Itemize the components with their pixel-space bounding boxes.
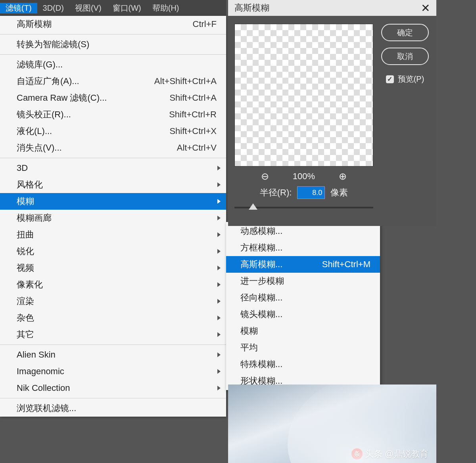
watermark-text: @鼎锐教育	[385, 448, 428, 460]
chevron-right-icon	[217, 282, 221, 287]
menu-lens-correction[interactable]: 镜头校正(R)...Shift+Ctrl+R	[0, 106, 226, 123]
menu-alien-skin[interactable]: Alien Skin	[0, 346, 226, 363]
menu-3d-sub[interactable]: 3D	[0, 160, 226, 176]
menu-recent-filter[interactable]: 高斯模糊 Ctrl+F	[0, 16, 226, 33]
submenu-smart-blur[interactable]: 特殊模糊...	[226, 356, 380, 373]
separator	[0, 34, 226, 34]
preview-checkbox[interactable]: ✓	[386, 75, 394, 83]
menu-filter[interactable]: 滤镜(T)	[0, 3, 37, 13]
menu-item-label: 转换为智能滤镜(S)	[17, 38, 89, 50]
zoom-out-icon[interactable]: ⊖	[261, 171, 269, 182]
zoom-in-icon[interactable]: ⊕	[339, 171, 347, 182]
chevron-right-icon	[217, 386, 221, 390]
submenu-average[interactable]: 平均	[226, 339, 380, 356]
menu-video[interactable]: 视频	[0, 260, 226, 276]
menu-item-shortcut: Ctrl+F	[193, 19, 217, 29]
menu-vanishing-point[interactable]: 消失点(V)...Alt+Ctrl+V	[0, 140, 226, 156]
separator	[0, 344, 226, 345]
chevron-right-icon	[217, 266, 221, 270]
menu-window[interactable]: 窗口(W)	[107, 3, 147, 13]
cancel-button[interactable]: 取消	[381, 48, 429, 65]
menu-pixelate[interactable]: 像素化	[0, 276, 226, 293]
radius-unit: 像素	[330, 187, 348, 199]
separator	[0, 54, 226, 55]
menu-smart-filter[interactable]: 转换为智能滤镜(S)	[0, 36, 226, 53]
menu-stylize[interactable]: 风格化	[0, 176, 226, 193]
background-image: 条 头条 @鼎锐教育	[228, 385, 436, 463]
gaussian-blur-dialog: 高斯模糊 ✕ ⊖ 100% ⊕ 半径(R): 像素 确定 取消	[228, 0, 436, 226]
radius-label: 半径(R):	[260, 187, 292, 199]
menu-item-label: 高斯模糊	[17, 18, 52, 30]
menu-sharpen[interactable]: 锐化	[0, 243, 226, 260]
close-icon[interactable]: ✕	[421, 2, 430, 15]
chevron-right-icon	[217, 182, 221, 187]
radius-input[interactable]	[297, 186, 325, 199]
chevron-right-icon	[217, 232, 221, 237]
chevron-right-icon	[217, 369, 221, 374]
menu-noise[interactable]: 杂色	[0, 310, 226, 326]
menu-blur-gallery[interactable]: 模糊画廊	[0, 210, 226, 226]
filter-dropdown: 高斯模糊 Ctrl+F 转换为智能滤镜(S) 滤镜库(G)... 自适应广角(A…	[0, 16, 226, 417]
chevron-right-icon	[217, 249, 221, 254]
dialog-title: 高斯模糊	[234, 2, 269, 14]
watermark: 条 头条 @鼎锐教育	[351, 448, 428, 460]
chevron-right-icon	[217, 166, 221, 170]
dialog-titlebar[interactable]: 高斯模糊 ✕	[228, 0, 436, 16]
menu-browse-online[interactable]: 浏览联机滤镜...	[0, 400, 226, 417]
menu-distort[interactable]: 扭曲	[0, 226, 226, 243]
blur-submenu: 动感模糊... 方框模糊... 高斯模糊...Shift+Ctrl+M 进一步模…	[226, 222, 380, 390]
submenu-gaussian-blur[interactable]: 高斯模糊...Shift+Ctrl+M	[226, 256, 380, 273]
menu-render[interactable]: 渲染	[0, 293, 226, 310]
menu-help[interactable]: 帮助(H)	[147, 3, 185, 13]
menu-imagenomic[interactable]: Imagenomic	[0, 363, 226, 380]
menu-filter-gallery[interactable]: 滤镜库(G)...	[0, 56, 226, 73]
menu-blur[interactable]: 模糊	[0, 193, 226, 210]
submenu-radial-blur[interactable]: 径向模糊...	[226, 289, 380, 306]
chevron-right-icon	[217, 299, 221, 304]
preview-canvas[interactable]	[234, 24, 373, 166]
menu-camera-raw[interactable]: Camera Raw 滤镜(C)...Shift+Ctrl+A	[0, 90, 226, 106]
chevron-right-icon	[217, 332, 221, 337]
preview-label: 预览(P)	[398, 74, 424, 84]
ok-button[interactable]: 确定	[381, 24, 429, 41]
slider-handle-icon[interactable]	[249, 203, 257, 210]
submenu-box-blur[interactable]: 方框模糊...	[226, 239, 380, 256]
submenu-lens-blur[interactable]: 镜头模糊...	[226, 306, 380, 323]
watermark-prefix: 头条	[365, 448, 382, 460]
radius-slider[interactable]	[234, 202, 373, 214]
separator	[0, 398, 226, 398]
watermark-logo-icon: 条	[351, 448, 363, 459]
menu-other[interactable]: 其它	[0, 326, 226, 343]
menu-3d[interactable]: 3D(D)	[37, 4, 69, 13]
submenu-blur[interactable]: 模糊	[226, 323, 380, 339]
submenu-blur-more[interactable]: 进一步模糊	[226, 273, 380, 289]
menu-adaptive-wide-angle[interactable]: 自适应广角(A)...Alt+Shift+Ctrl+A	[0, 73, 226, 90]
menubar: 滤镜(T) 3D(D) 视图(V) 窗口(W) 帮助(H)	[0, 0, 226, 16]
zoom-level: 100%	[293, 171, 315, 182]
menu-liquify[interactable]: 液化(L)...Shift+Ctrl+X	[0, 123, 226, 140]
chevron-right-icon	[217, 352, 221, 357]
menu-view[interactable]: 视图(V)	[69, 3, 107, 13]
chevron-right-icon	[217, 316, 221, 320]
chevron-right-icon	[217, 216, 221, 220]
separator	[0, 158, 226, 158]
menu-nik-collection[interactable]: Nik Collection	[0, 380, 226, 396]
chevron-right-icon	[217, 199, 221, 204]
